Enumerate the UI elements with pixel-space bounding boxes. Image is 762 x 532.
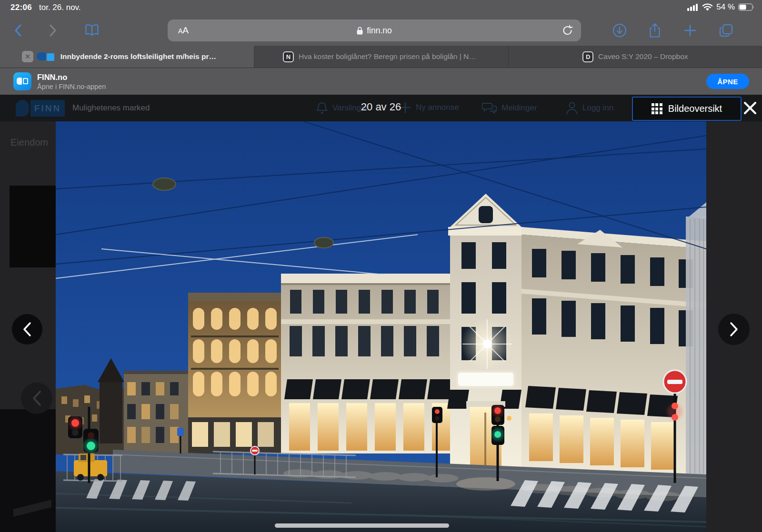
street-lamp xyxy=(314,237,333,248)
grid-icon xyxy=(652,103,662,114)
share-icon[interactable] xyxy=(647,15,663,46)
close-gallery-button[interactable] xyxy=(742,101,758,116)
tab-listing[interactable]: ✕ Innbydende 2-roms loftsleilighet m/hei… xyxy=(0,46,254,68)
tab-title: Innbydende 2-roms loftsleilighet m/heis … xyxy=(60,52,218,61)
gallery-scrollbar[interactable] xyxy=(275,523,449,528)
battery-percent: 54 % xyxy=(716,2,735,12)
nav-meldinger: Meldinger xyxy=(482,101,537,115)
tab-title: Caveo S:Y 2020 – Dropbox xyxy=(598,52,688,61)
tab-title: Hva koster boliglånet? Beregn prisen på … xyxy=(299,52,480,61)
gold-lit-building xyxy=(188,293,281,453)
nav-logg-inn: Logg inn xyxy=(566,101,613,115)
bell-icon xyxy=(316,101,328,115)
close-icon xyxy=(743,101,757,115)
lock-icon xyxy=(357,27,363,35)
page-prev-arrow-dimmed xyxy=(21,383,52,414)
chat-bubbles-icon xyxy=(482,101,497,115)
address-bar[interactable]: AA finn.no xyxy=(168,20,581,41)
reload-button[interactable] xyxy=(562,25,573,38)
app-subtitle: Åpne i FINN.no-appen xyxy=(37,83,106,90)
tabs-icon[interactable] xyxy=(717,15,735,46)
cellular-signal-icon xyxy=(687,3,699,11)
finn-logo: FINN xyxy=(30,100,65,117)
chevron-left-icon xyxy=(21,321,33,337)
image-overview-button[interactable]: Bildeoversikt xyxy=(632,97,742,121)
date: tor. 26. nov. xyxy=(39,3,81,12)
battery-icon xyxy=(738,3,754,11)
finn-favicon xyxy=(37,52,56,61)
thumbnail-dimmed xyxy=(10,186,56,267)
tab-bar: ✕ Innbydende 2-roms loftsleilighet m/hei… xyxy=(0,46,762,68)
nav-ny-annonse: Ny annonse xyxy=(399,101,459,114)
image-overview-label: Bildeoversikt xyxy=(668,103,722,114)
wifi-icon xyxy=(702,3,713,11)
tab-dropbox[interactable]: D Caveo S:Y 2020 – Dropbox xyxy=(508,46,762,68)
breadcrumb-eiendom: Eiendom xyxy=(10,137,48,148)
new-tab-icon[interactable] xyxy=(682,15,698,46)
d-favicon: D xyxy=(582,51,593,62)
open-app-button[interactable]: ÅPNE xyxy=(706,74,749,89)
listing-photo[interactable] xyxy=(56,121,706,532)
next-image-button[interactable] xyxy=(718,314,750,345)
bookmarks-icon[interactable] xyxy=(84,15,100,46)
status-bar: 22:06 tor. 26. nov. 54 % xyxy=(0,0,762,15)
ipad-screen: 22:06 tor. 26. nov. 54 % xyxy=(0,0,762,532)
downloads-icon[interactable] xyxy=(612,15,628,46)
app-name: FINN.no xyxy=(37,73,67,82)
forward-button[interactable] xyxy=(45,15,61,46)
person-icon xyxy=(566,101,578,115)
street-lamp xyxy=(153,178,176,190)
nav-varslinger: Varslinger xyxy=(316,101,368,115)
reader-button[interactable]: AA xyxy=(178,25,189,36)
back-button[interactable] xyxy=(10,15,26,46)
tab-loan-calculator[interactable]: N Hva koster boliglånet? Beregn prisen p… xyxy=(254,46,508,68)
url-text: finn.no xyxy=(367,26,392,36)
safari-toolbar: AA finn.no xyxy=(0,15,762,46)
previous-image-button[interactable] xyxy=(12,314,42,345)
image-counter: 20 av 26 xyxy=(361,101,401,113)
gallery-overlay: FINN Mulighetenes marked Varslinger Ny a… xyxy=(0,95,762,532)
finn-logo-mark xyxy=(16,100,29,117)
tab-close-button[interactable]: ✕ xyxy=(22,51,33,62)
site-tagline: Mulighetenes marked xyxy=(72,103,150,113)
n-favicon: N xyxy=(283,51,294,62)
clock: 22:06 xyxy=(10,3,32,12)
smart-app-banner: FINN.no Åpne i FINN.no-appen ÅPNE xyxy=(0,68,762,95)
chevron-right-icon xyxy=(728,321,740,337)
finn-app-icon xyxy=(13,72,31,90)
